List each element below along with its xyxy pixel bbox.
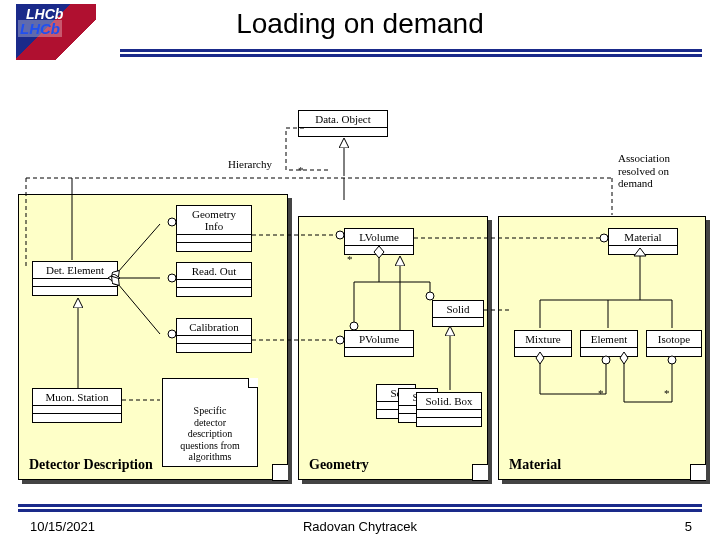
svg-line-5 xyxy=(118,224,160,272)
svg-point-36 xyxy=(602,356,610,364)
svg-point-23 xyxy=(600,234,608,242)
svg-point-10 xyxy=(168,330,176,338)
footer-rule-top xyxy=(18,504,702,507)
svg-point-40 xyxy=(668,356,676,364)
svg-point-21 xyxy=(426,292,434,300)
svg-point-8 xyxy=(168,274,176,282)
footer-rule-bottom xyxy=(18,509,702,512)
svg-point-25 xyxy=(336,336,344,344)
svg-point-15 xyxy=(336,231,344,239)
svg-line-9 xyxy=(118,284,160,334)
footer-author: Radovan Chytracek xyxy=(0,519,720,534)
svg-point-19 xyxy=(350,322,358,330)
footer-page-number: 5 xyxy=(685,519,692,534)
svg-point-6 xyxy=(168,218,176,226)
connector-layer xyxy=(0,0,720,540)
